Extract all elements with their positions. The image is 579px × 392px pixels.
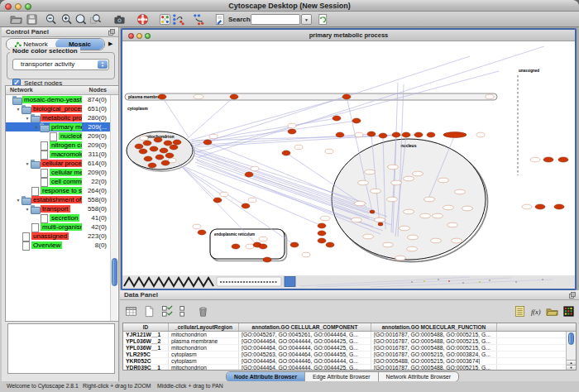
tree-row[interactable]: ▼cellular process614(0) <box>6 159 110 168</box>
tree-header[interactable]: Network Nodes <box>6 86 118 95</box>
graph-node[interactable] <box>156 155 164 160</box>
col-go-cellular-component[interactable]: annotation.GO CELLULAR_COMPONENT <box>239 323 371 331</box>
graph-node[interactable] <box>150 146 158 151</box>
expander-icon[interactable]: ▼ <box>15 107 22 112</box>
graph-node[interactable] <box>139 149 147 154</box>
combo-stepper-icon[interactable]: ▲ ▼ <box>98 60 108 69</box>
graph-node[interactable] <box>318 238 326 243</box>
graph-node[interactable] <box>203 140 212 145</box>
graph-node[interactable] <box>326 242 334 247</box>
table-scrollbar[interactable]: ▲ ▼ <box>566 332 576 370</box>
graph-node[interactable] <box>230 94 238 99</box>
tree-row[interactable]: unassigned223(0) <box>6 232 110 241</box>
tab-node-attribute-browser[interactable]: Node Attribute Browser <box>227 372 305 381</box>
graph-node[interactable] <box>213 198 222 203</box>
graph-node[interactable] <box>342 94 351 99</box>
graph-node[interactable] <box>144 156 152 161</box>
function-builder-icon[interactable]: f(x) <box>529 304 543 318</box>
network-frame[interactable]: primary metabolic process plasma membran… <box>121 28 577 290</box>
graph-node[interactable] <box>232 244 240 249</box>
graph-node[interactable] <box>378 222 383 226</box>
table-row[interactable]: YPL036W__2plasma membrane[GO:0044464, GO… <box>123 338 566 345</box>
tree-row[interactable]: secretion41(0) <box>6 213 110 222</box>
table-scrollbar-thumb[interactable] <box>568 332 574 345</box>
zoom-fit-icon[interactable] <box>73 12 88 26</box>
tab-network-attribute-browser[interactable]: Network Attribute Browser <box>379 372 459 381</box>
tree-row[interactable]: cellular metabo209(0) <box>6 168 110 177</box>
unselect-all-attributes-icon[interactable] <box>178 304 192 318</box>
tree-row[interactable]: ▼primary metabo209(... <box>6 122 110 131</box>
table-row[interactable]: YKR052Ccytoplasm[GO:0044464, GO:0044446,… <box>123 358 566 365</box>
search-dropdown-icon[interactable]: ▼ <box>301 14 312 25</box>
graph-edge[interactable] <box>199 46 544 157</box>
graph-edge[interactable] <box>179 164 218 200</box>
graph-node[interactable] <box>158 94 166 99</box>
table-row[interactable]: YLR295Ccytoplasm[GO:0045263, GO:0044464,… <box>123 351 566 358</box>
col-id[interactable]: ID <box>123 323 169 331</box>
float-panel-icon[interactable] <box>569 292 576 299</box>
birds-eye-view[interactable] <box>7 323 115 374</box>
expander-icon[interactable]: ▼ <box>24 116 31 121</box>
tree-row[interactable]: response to stimulu264(0) <box>6 186 110 195</box>
new-attribute-icon[interactable] <box>142 304 156 318</box>
graph-node[interactable] <box>263 257 271 262</box>
graph-node[interactable] <box>414 132 423 137</box>
network-canvas[interactable]: plasma membrane cytoplasm mitochondrion … <box>122 41 575 275</box>
tree-scrollbar[interactable] <box>110 95 117 321</box>
graph-edge[interactable] <box>195 56 470 146</box>
graph-node[interactable] <box>164 141 172 146</box>
zoom-in-icon[interactable] <box>59 12 74 26</box>
graph-node[interactable] <box>290 242 299 247</box>
window-close-button[interactable] <box>5 3 12 10</box>
graph-node[interactable] <box>543 157 553 162</box>
graph-node[interactable] <box>367 131 376 136</box>
snapshot-icon[interactable] <box>112 12 127 26</box>
graph-node[interactable] <box>333 116 341 121</box>
graph-node[interactable] <box>259 244 267 249</box>
delete-attribute-icon[interactable] <box>196 304 210 318</box>
tree-row[interactable]: mosaic-demo-yeast874(0) <box>6 95 110 104</box>
scroll-down-icon[interactable]: ▼ <box>567 365 576 370</box>
attribute-table-header[interactable]: ID _cellularLayoutRegion annotation.GO C… <box>123 323 576 332</box>
table-row[interactable]: YDR039C__1mitochondrion[GO:0044464, GO:0… <box>123 365 566 370</box>
graph-node[interactable] <box>370 210 375 213</box>
graph-node[interactable] <box>165 153 174 158</box>
import-attributes-icon[interactable] <box>545 304 559 318</box>
table-row[interactable]: YPL036W__1mitochondrion[GO:0044464, GO:0… <box>123 345 566 351</box>
graph-node[interactable] <box>288 129 296 134</box>
search-input[interactable] <box>251 14 300 25</box>
frame-minimize-button[interactable] <box>136 33 142 39</box>
graph-edge[interactable] <box>187 97 234 139</box>
graph-node[interactable] <box>443 132 467 138</box>
graph-node[interactable] <box>318 231 326 236</box>
graph-node[interactable] <box>535 204 545 209</box>
strip-scroll-thumb[interactable] <box>285 277 295 287</box>
expander-icon[interactable]: ▼ <box>24 161 31 166</box>
graph-node[interactable] <box>282 151 290 155</box>
layout-icon-2[interactable] <box>191 12 206 26</box>
tree-row[interactable]: ▼establishment of lo558(0) <box>6 195 110 204</box>
graph-node[interactable] <box>242 203 250 208</box>
attribute-select-icon[interactable] <box>124 304 138 318</box>
save-icon[interactable] <box>24 12 39 26</box>
expander-icon[interactable]: ▼ <box>33 125 40 130</box>
graph-node[interactable] <box>170 145 178 150</box>
frame-close-button[interactable] <box>128 33 134 39</box>
graph-node[interactable] <box>392 132 400 137</box>
tree-row[interactable]: macromolecule311(0) <box>6 150 110 159</box>
table-row[interactable]: YJR121W__1mitochondrion[GO:0045267, GO:0… <box>123 332 566 338</box>
graph-node[interactable] <box>402 132 410 137</box>
tree-row[interactable]: nucleobase-209(0) <box>6 131 110 141</box>
graph-node[interactable] <box>245 172 253 177</box>
tree-row[interactable]: nitrogen compo209(0) <box>6 141 110 150</box>
graph-node[interactable] <box>161 160 170 165</box>
network-frame-titlebar[interactable]: primary metabolic process <box>122 30 575 41</box>
attribute-list-icon[interactable] <box>513 304 527 318</box>
graph-node[interactable] <box>143 141 151 146</box>
node-color-dropdown[interactable]: transporter activity ▲ ▼ <box>12 59 109 70</box>
col-cellular-layout-region[interactable]: _cellularLayoutRegion <box>169 323 239 331</box>
zoom-out-icon[interactable] <box>43 12 58 26</box>
window-zoom-button[interactable] <box>25 3 31 10</box>
graph-node[interactable] <box>554 204 564 209</box>
tree-row[interactable]: cell communicat22(0) <box>6 177 110 186</box>
